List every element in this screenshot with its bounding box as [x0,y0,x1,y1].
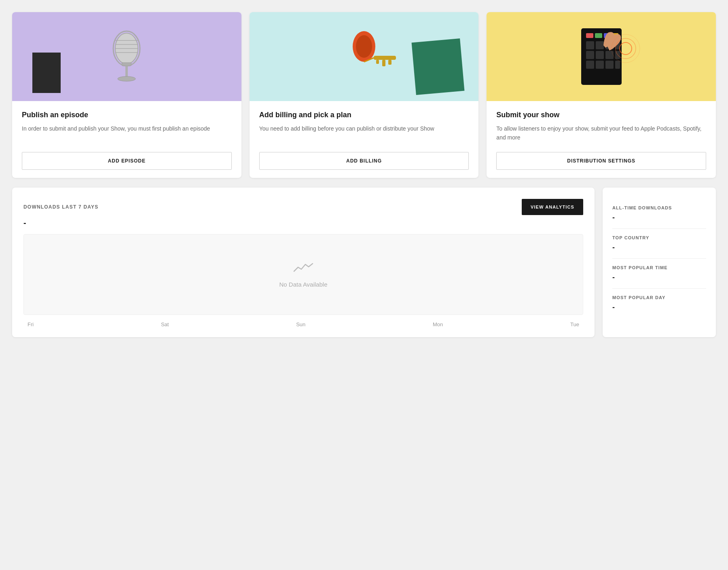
card-body-billing: Add billing and pick a plan You need to … [250,101,479,178]
analytics-header: DOWNLOADS LAST 7 DAYS VIEW ANALYTICS [23,199,583,215]
svg-rect-21 [586,41,594,49]
analytics-panel: DOWNLOADS LAST 7 DAYS VIEW ANALYTICS - N… [12,188,595,337]
svg-rect-32 [615,61,620,69]
key-svg [332,24,396,89]
stat-label-0: ALL-TIME DOWNLOADS [612,205,706,210]
svg-rect-26 [596,51,604,59]
card-image-device [487,12,716,101]
svg-rect-11 [374,56,396,60]
card-desc-submit: To allow listeners to enjoy your show, s… [496,124,706,142]
card-image-microphone [12,12,241,101]
chart-no-data-icon [293,261,313,277]
stat-item-0: ALL-TIME DOWNLOADS - [612,199,706,229]
analytics-dash-value: - [23,218,583,228]
svg-rect-18 [595,33,602,38]
card-title-submit: Submit your show [496,111,706,119]
xaxis-label-0: Fri [28,321,34,327]
svg-point-10 [356,35,372,58]
stat-label-2: MOST POPULAR TIME [612,265,706,270]
bg-texture [32,53,61,93]
stat-value-1: - [612,243,706,252]
xaxis-label-2: Sun [296,321,305,327]
svg-point-7 [118,76,135,81]
add-episode-button[interactable]: ADD EPISODE [22,152,232,170]
svg-rect-30 [596,61,604,69]
card-publish-episode: Publish an episode In order to submit an… [12,12,241,178]
xaxis-label-1: Sat [161,321,169,327]
stat-label-3: MOST POPULAR DAY [612,295,706,300]
stat-value-3: - [612,303,706,312]
cards-row: Publish an episode In order to submit an… [12,12,716,178]
svg-rect-12 [388,60,392,65]
card-submit-show: Submit your show To allow listeners to e… [487,12,716,178]
chart-xaxis: Fri Sat Sun Mon Tue [23,321,583,327]
add-billing-button[interactable]: ADD BILLING [259,152,469,170]
stat-item-2: MOST POPULAR TIME - [612,259,706,289]
card-body-publish: Publish an episode In order to submit an… [12,101,241,178]
stat-label-1: TOP COUNTRY [612,235,706,240]
card-image-key [250,12,479,101]
xaxis-label-3: Mon [433,321,443,327]
svg-rect-29 [586,61,594,69]
view-analytics-button[interactable]: VIEW ANALYTICS [522,199,583,215]
card-add-billing: Add billing and pick a plan You need to … [250,12,479,178]
svg-rect-27 [605,51,614,59]
stat-value-0: - [612,213,706,222]
stat-item-3: MOST POPULAR DAY - [612,289,706,318]
stat-item-1: TOP COUNTRY - [612,229,706,259]
card-title-billing: Add billing and pick a plan [259,111,469,119]
card-desc-billing: You need to add billing before you can p… [259,124,469,142]
svg-rect-14 [376,60,379,64]
svg-rect-31 [605,61,614,69]
no-data-label: No Data Available [279,281,328,288]
green-accent-rect [412,38,465,95]
card-title-publish: Publish an episode [22,111,232,119]
svg-rect-25 [586,51,594,59]
xaxis-label-4: Tue [570,321,579,327]
svg-rect-17 [586,33,593,38]
stat-value-2: - [612,273,706,282]
analytics-title: DOWNLOADS LAST 7 DAYS [23,204,98,210]
stats-panel: ALL-TIME DOWNLOADS - TOP COUNTRY - MOST … [603,188,716,337]
svg-rect-22 [596,41,604,49]
distribution-settings-button[interactable]: DISTRIBUTION SETTINGS [496,152,706,170]
svg-rect-13 [382,60,385,66]
microphone-svg [102,20,151,93]
chart-area: No Data Available [23,234,583,315]
card-body-submit: Submit your show To allow listeners to e… [487,101,716,178]
device-hand-svg [561,16,642,97]
card-desc-publish: In order to submit and publish your Show… [22,124,232,142]
bottom-row: DOWNLOADS LAST 7 DAYS VIEW ANALYTICS - N… [12,188,716,337]
